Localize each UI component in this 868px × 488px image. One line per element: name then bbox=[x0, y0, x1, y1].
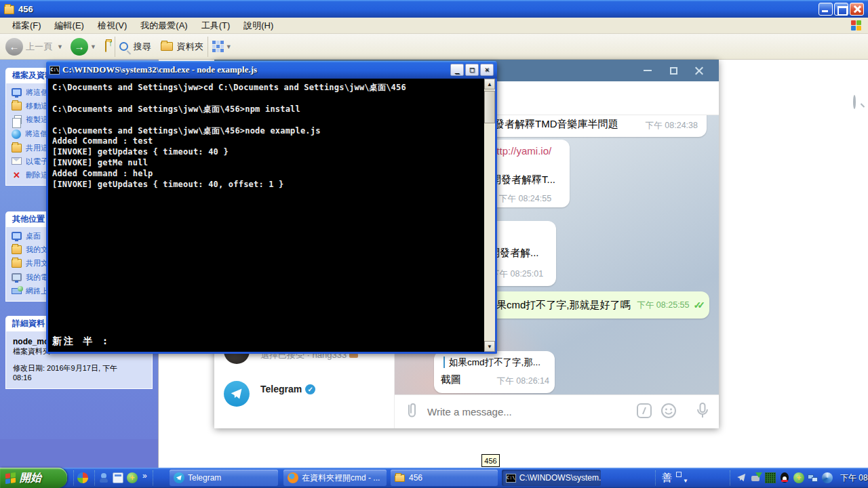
tray-monitor-grid-icon[interactable] bbox=[765, 472, 776, 483]
taskbar-button-telegram[interactable]: Telegram bbox=[170, 470, 278, 486]
telegram-avatar bbox=[224, 381, 250, 407]
message-input[interactable] bbox=[427, 406, 636, 418]
message-time: 下午 08:24:38 bbox=[646, 120, 698, 131]
bot-command-button[interactable] bbox=[636, 403, 652, 422]
share-folder-icon bbox=[12, 144, 22, 152]
cmd-maximize-button[interactable]: □ bbox=[465, 64, 479, 76]
up-button[interactable]: ↑ bbox=[105, 41, 111, 52]
search-button[interactable]: 搜尋 bbox=[119, 41, 151, 53]
explorer-maximize-button[interactable] bbox=[834, 3, 848, 16]
menu-item[interactable]: 檢視(V) bbox=[91, 18, 134, 33]
taskbar-button-cmd[interactable]: C:\ C:\WINDOWS\system... bbox=[502, 470, 601, 486]
start-button[interactable]: 開始 bbox=[0, 468, 67, 488]
explorer-toolbar: ← 上一頁 ▼ → ▼ ↑ 搜尋 資料夾 ▼ bbox=[0, 34, 868, 60]
menu-item[interactable]: 檔案(F) bbox=[5, 18, 48, 33]
console-line bbox=[52, 93, 484, 104]
taskbar-button-firefox[interactable]: 在資料夾裡開cmd - ... bbox=[283, 470, 387, 486]
console-line: C:\Documents and Settings\jww\桌面\456>npm… bbox=[52, 104, 484, 115]
folders-icon bbox=[161, 42, 173, 51]
quicklaunch-messenger-icon[interactable] bbox=[98, 472, 109, 483]
telegram-maximize-button[interactable] bbox=[663, 63, 684, 78]
views-button[interactable]: ▼ bbox=[212, 41, 234, 52]
attach-button[interactable] bbox=[404, 402, 419, 422]
cmd-close-button[interactable]: ✕ bbox=[480, 64, 494, 76]
language-bar-options-icon[interactable]: ▼ bbox=[683, 478, 688, 484]
quicklaunch-more-chevron[interactable]: » bbox=[142, 471, 147, 481]
folders-button[interactable]: 資料夾 bbox=[161, 41, 203, 53]
message-bubble-incoming: 開發者解釋TMD音樂庫半問題 下午 08:24:38 bbox=[475, 115, 707, 137]
tray-network-icon[interactable] bbox=[808, 472, 818, 483]
scroll-down-button[interactable]: ▼ bbox=[484, 341, 495, 352]
explorer-close-button[interactable] bbox=[850, 3, 864, 16]
back-dropdown-icon[interactable]: ▼ bbox=[57, 43, 63, 50]
details-modified-date: 修改日期: 2016年9月17日, 下午 bbox=[13, 363, 148, 373]
cmd-scrollbar[interactable]: ▲ ▼ bbox=[484, 79, 495, 352]
tray-antivirus-icon[interactable]: + bbox=[793, 472, 804, 483]
chat-title: Telegram bbox=[260, 384, 302, 394]
cmd-icon: C:\ bbox=[506, 474, 516, 483]
system-tray: + 下午 08:26 bbox=[727, 468, 868, 488]
telegram-minimize-button[interactable] bbox=[637, 63, 658, 78]
delete-icon: ✕ bbox=[12, 171, 22, 180]
firefox-icon bbox=[288, 472, 298, 483]
desktop-wallpaper-gap bbox=[0, 439, 158, 468]
move-folder-icon bbox=[12, 102, 22, 110]
menu-item[interactable]: 工具(T) bbox=[195, 18, 237, 33]
message-time: 下午 08:25:55 bbox=[637, 300, 689, 311]
forward-dropdown-icon[interactable]: ▼ bbox=[90, 43, 96, 50]
language-bar-restore-icon[interactable] bbox=[676, 472, 682, 477]
views-icon bbox=[212, 41, 224, 52]
cmd-icon: C:\ bbox=[50, 66, 60, 75]
forward-button[interactable]: → bbox=[71, 38, 88, 56]
maximize-icon bbox=[670, 67, 677, 75]
telegram-close-button[interactable] bbox=[689, 63, 709, 78]
message-text: 開發者解釋TMD音樂庫半問題 bbox=[484, 118, 618, 131]
reply-quote-text[interactable]: 如果cmd打不了字,那... bbox=[449, 357, 540, 369]
email-icon bbox=[12, 157, 22, 165]
console-line: [INVOKE] getMe null bbox=[52, 158, 484, 169]
console-line: Added Command : help bbox=[52, 169, 484, 180]
back-button[interactable]: ← bbox=[5, 38, 23, 56]
my-documents-icon bbox=[12, 245, 22, 254]
cmd-window: C:\ C:\WINDOWS\system32\cmd.exe - node e… bbox=[46, 61, 497, 354]
scroll-up-button[interactable]: ▲ bbox=[484, 79, 495, 89]
quicklaunch-antivirus-icon[interactable]: + bbox=[127, 472, 138, 483]
ime-language-indicator[interactable]: 善 bbox=[662, 472, 672, 485]
network-icon bbox=[12, 288, 22, 294]
taskbar-button-456-folder[interactable]: 456 bbox=[391, 470, 498, 486]
quicklaunch-pinwheel-icon[interactable] bbox=[77, 472, 88, 483]
console-line: [INVOKE] getUpdates { timeout: 40 } bbox=[52, 147, 484, 158]
explorer-minimize-button[interactable] bbox=[818, 3, 833, 16]
menu-item[interactable]: 編輯(E) bbox=[48, 18, 91, 33]
menu-item[interactable]: 說明(H) bbox=[237, 18, 280, 33]
tray-qq-icon[interactable] bbox=[779, 472, 790, 483]
tray-telegram-icon[interactable] bbox=[736, 472, 747, 483]
taskbar-clock: 下午 08:26 bbox=[840, 472, 868, 484]
publish-web-icon bbox=[12, 129, 21, 139]
minimize-icon bbox=[644, 70, 652, 71]
menu-item[interactable]: 我的最愛(A) bbox=[134, 18, 194, 33]
telegram-input-bar bbox=[395, 394, 719, 428]
windows-logo-icon bbox=[851, 20, 861, 30]
emoji-button[interactable] bbox=[660, 403, 677, 422]
search-button[interactable] bbox=[853, 96, 856, 108]
quicklaunch-show-desktop-icon[interactable] bbox=[113, 472, 123, 483]
cmd-title: C:\WINDOWS\system32\cmd.exe - node examp… bbox=[62, 64, 257, 75]
explorer-menubar: 檔案(F)編輯(E)檢視(V)我的最愛(A)工具(T)說明(H) bbox=[0, 18, 868, 34]
language-bar: 善 ▼ bbox=[652, 468, 688, 488]
voice-record-button[interactable] bbox=[696, 402, 709, 422]
chat-list-item-telegram[interactable]: Telegram✓ bbox=[214, 377, 395, 415]
desktop-screen: 456 檔案(F)編輯(E)檢視(V)我的最愛(A)工具(T)說明(H) ← 上… bbox=[0, 0, 868, 488]
folder-icon bbox=[395, 472, 406, 483]
copy-icon bbox=[14, 115, 22, 124]
cmd-minimize-button[interactable]: _ bbox=[450, 64, 464, 76]
shared-documents-icon bbox=[12, 259, 22, 268]
windows-logo-icon bbox=[5, 472, 16, 483]
tray-safely-remove-icon[interactable] bbox=[751, 472, 762, 483]
message-link[interactable]: http://yami.io/ bbox=[491, 145, 551, 157]
details-modified-time: 08:16 bbox=[13, 373, 148, 382]
message-time: 下午 08:24:55 bbox=[499, 193, 551, 205]
scroll-thumb[interactable] bbox=[484, 91, 495, 123]
console-line: C:\Documents and Settings\jww>cd C:\Docu… bbox=[52, 82, 484, 93]
tray-browser-swirl-icon[interactable] bbox=[822, 472, 833, 483]
